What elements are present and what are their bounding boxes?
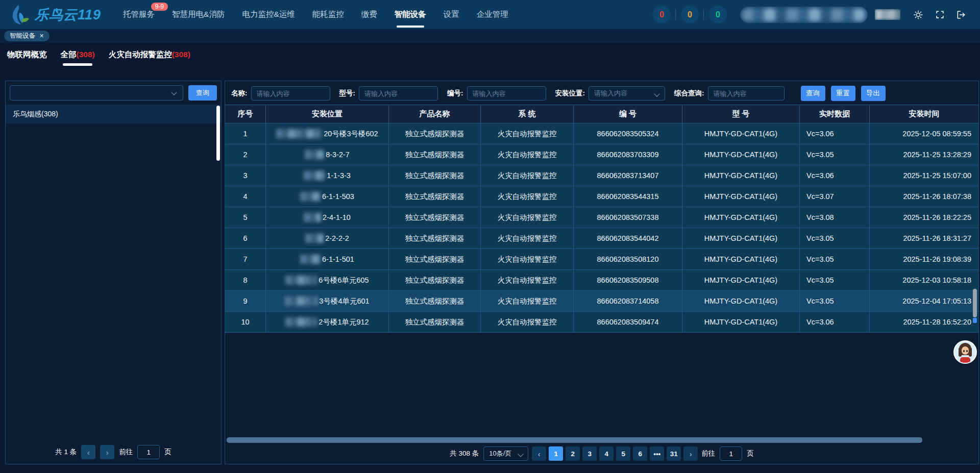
goto-page-input[interactable] bbox=[720, 446, 742, 461]
filter-select[interactable]: 请输入内容 bbox=[589, 86, 665, 101]
nav-item[interactable]: 电力监控&运维 bbox=[242, 0, 295, 29]
nav-item-label: 缴费 bbox=[361, 9, 377, 20]
cell-system: 火灾自动报警监控 bbox=[481, 123, 574, 144]
cell-install-time: 2025-12-03 10:58:18 bbox=[870, 270, 978, 290]
redacted-blur-block bbox=[276, 129, 322, 138]
alarm-counter-badge[interactable]: 0 bbox=[709, 6, 727, 23]
table-row[interactable]: 4 6-1-1-503 独立式感烟探测器 火灾自动报警监控 8660620835… bbox=[225, 186, 978, 207]
device-type-item[interactable]: 乐鸟烟感(308) bbox=[6, 105, 221, 123]
page-number-button[interactable]: 31 bbox=[667, 446, 681, 461]
user-account-blurred[interactable] bbox=[740, 7, 868, 23]
page-number-button[interactable]: 4 bbox=[599, 446, 614, 461]
page-number-button[interactable]: 2 bbox=[566, 446, 580, 461]
cell-realtime-data: Vc=3.05 bbox=[800, 228, 870, 248]
table-row[interactable]: 10 2号楼1单元912 独立式感烟探测器 火灾自动报警监控 866062083… bbox=[225, 312, 978, 333]
fullscreen-icon[interactable] bbox=[934, 9, 946, 21]
cell-install-time: 2025-11-26 18:31:27 bbox=[870, 228, 978, 248]
nav-item[interactable]: 智能设备 bbox=[395, 0, 426, 29]
cell-location-text: 2号楼1单元912 bbox=[318, 317, 369, 327]
page-size-select[interactable]: 10条/页 bbox=[483, 446, 528, 461]
alarm-counter-badge[interactable]: 0 bbox=[681, 6, 699, 23]
cell-index: 2 bbox=[225, 144, 266, 165]
cell-serial-number: 866062083713407 bbox=[574, 165, 682, 186]
sidebar-pagination: 共 1 条 ‹ › 前往 页 bbox=[6, 445, 221, 459]
sidebar-panel: 查询 乐鸟烟感(308) 共 1 条 ‹ › 前往 页 bbox=[5, 81, 222, 464]
table-row[interactable]: 1 20号楼3号楼602 独立式感烟探测器 火灾自动报警监控 866062083… bbox=[225, 123, 978, 144]
redacted-blur-block bbox=[285, 296, 317, 306]
nav-item[interactable]: 设置 bbox=[444, 0, 459, 29]
page-number-button[interactable]: 6 bbox=[633, 446, 647, 461]
nav-active-underline bbox=[397, 26, 424, 28]
top-navbar: 乐鸟云119 托管服务 9-9 智慧用电&消防 电力监控&运维 能耗监控 缴费 … bbox=[0, 0, 980, 29]
page-number-button[interactable]: 3 bbox=[582, 446, 597, 461]
cell-index: 3 bbox=[225, 165, 266, 186]
subtab[interactable]: 火灾自动报警监控(308) bbox=[109, 43, 190, 66]
brightness-icon[interactable] bbox=[912, 9, 924, 21]
cell-product-name: 独立式感烟探测器 bbox=[389, 249, 481, 269]
sidebar-scrollbar-thumb[interactable] bbox=[216, 106, 220, 161]
cell-index: 9 bbox=[225, 291, 266, 311]
table-header-cell: 产品名称 bbox=[389, 105, 481, 123]
page-number-button[interactable]: 5 bbox=[616, 446, 630, 461]
sidebar-search-button[interactable]: 查询 bbox=[188, 85, 217, 101]
table-body: 1 20号楼3号楼602 独立式感烟探测器 火灾自动报警监控 866062083… bbox=[225, 123, 978, 333]
filter-label: 型号: bbox=[339, 89, 356, 98]
cell-realtime-data: Vc=3.05 bbox=[800, 249, 870, 269]
table-row[interactable]: 6 2-2-2-2 独立式感烟探测器 火灾自动报警监控 866062083544… bbox=[225, 228, 978, 249]
cell-install-time: 2025-11-26 18:22:25 bbox=[870, 207, 978, 228]
query-button[interactable]: 查询 bbox=[801, 86, 825, 101]
filter-input[interactable] bbox=[708, 86, 785, 101]
prev-page-button[interactable]: ‹ bbox=[532, 446, 546, 461]
chevron-down-icon bbox=[654, 91, 659, 96]
cell-product-name: 独立式感烟探测器 bbox=[389, 270, 481, 290]
nav-item-label: 企业管理 bbox=[477, 9, 508, 20]
open-tab-chip[interactable]: 智能设备 ✕ bbox=[4, 31, 50, 41]
filter-field: 型号: bbox=[339, 86, 438, 101]
sidebar-goto-page-input[interactable] bbox=[137, 445, 160, 459]
vertical-scrollbar-thumb[interactable] bbox=[973, 289, 977, 317]
device-type-select[interactable] bbox=[10, 85, 183, 101]
page-number-button[interactable]: ••• bbox=[650, 446, 664, 461]
filter-input[interactable] bbox=[359, 86, 438, 101]
table-row[interactable]: 9 3号楼4单元601 独立式感烟探测器 火灾自动报警监控 8660620837… bbox=[225, 291, 978, 312]
cell-realtime-data: Vc=3.05 bbox=[800, 270, 870, 290]
cell-product-name: 独立式感烟探测器 bbox=[389, 186, 481, 207]
cell-realtime-data: Vc=3.06 bbox=[800, 312, 870, 332]
cell-model: HMJTY-GD-CAT1(4G) bbox=[682, 312, 800, 332]
nav-item[interactable]: 缴费 bbox=[361, 0, 377, 29]
export-button[interactable]: 导出 bbox=[861, 86, 886, 101]
table-row[interactable]: 3 1-1-3-3 独立式感烟探测器 火灾自动报警监控 866062083713… bbox=[225, 165, 978, 186]
table-row[interactable]: 8 6号楼6单元605 独立式感烟探测器 火灾自动报警监控 8660620835… bbox=[225, 270, 978, 291]
redacted-blur-block bbox=[300, 255, 321, 264]
table-row[interactable]: 5 2-4-1-10 独立式感烟探测器 火灾自动报警监控 86606208350… bbox=[225, 207, 978, 228]
next-page-button[interactable]: › bbox=[683, 446, 698, 461]
cell-serial-number: 866062083714058 bbox=[574, 291, 682, 311]
sidebar-prev-page-button[interactable]: ‹ bbox=[81, 445, 95, 459]
username-blurred bbox=[875, 9, 900, 20]
subtab-label: 全部 bbox=[61, 49, 77, 60]
table-header-cell: 安装位置 bbox=[266, 105, 389, 123]
sidebar-next-page-button[interactable]: › bbox=[100, 445, 114, 459]
nav-item[interactable]: 智慧用电&消防 bbox=[172, 0, 225, 29]
table-row[interactable]: 7 6-1-1-501 独立式感烟探测器 火灾自动报警监控 8660620835… bbox=[225, 249, 978, 270]
page-number-button[interactable]: 1 bbox=[549, 446, 563, 461]
cell-realtime-data: Vc=3.05 bbox=[800, 144, 870, 165]
cell-location: 20号楼3号楼602 bbox=[266, 123, 389, 144]
nav-item[interactable]: 能耗监控 bbox=[312, 0, 344, 29]
nav-item[interactable]: 企业管理 bbox=[477, 0, 508, 29]
horizontal-scrollbar-thumb[interactable] bbox=[227, 437, 922, 443]
close-icon[interactable]: ✕ bbox=[39, 33, 44, 39]
subtab[interactable]: 物联网概览 bbox=[7, 43, 47, 66]
nav-item[interactable]: 托管服务 9-9 bbox=[123, 0, 155, 29]
chevron-down-icon bbox=[171, 89, 177, 95]
alarm-counter-badge[interactable]: 0 bbox=[653, 6, 671, 23]
subtab[interactable]: 全部(308) bbox=[61, 43, 95, 66]
logout-icon[interactable] bbox=[955, 9, 967, 21]
assistant-avatar[interactable] bbox=[953, 340, 977, 364]
cell-index: 4 bbox=[225, 186, 266, 207]
filter-input[interactable] bbox=[251, 86, 330, 101]
reset-button[interactable]: 重置 bbox=[831, 86, 855, 101]
filter-input[interactable] bbox=[467, 86, 546, 101]
cell-system: 火灾自动报警监控 bbox=[481, 228, 574, 248]
table-row[interactable]: 2 8-3-2-7 独立式感烟探测器 火灾自动报警监控 866062083703… bbox=[225, 144, 978, 165]
